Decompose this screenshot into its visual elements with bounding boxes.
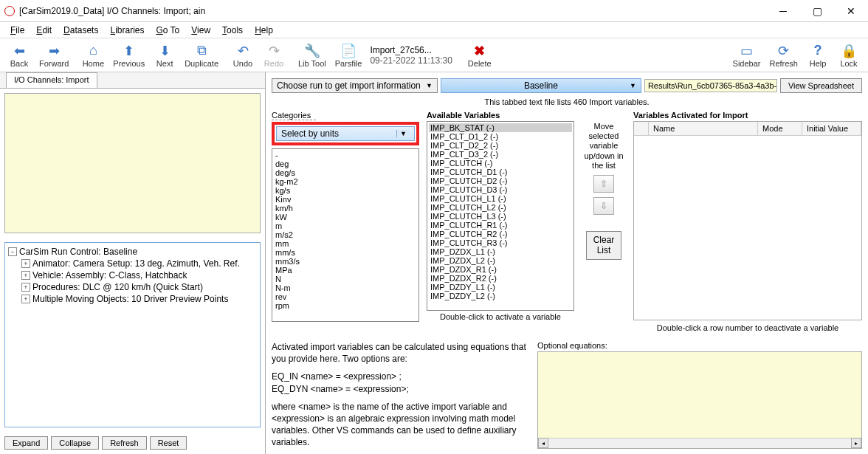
col-name[interactable]: Name <box>649 122 758 135</box>
variable-item[interactable]: IMP_DZDX_R2 (-) <box>429 274 572 283</box>
variable-item[interactable]: IMP_CLT_D1_2 (-) <box>429 132 572 141</box>
expand-icon[interactable]: + <box>21 259 30 268</box>
tree-item[interactable]: +Animator: Camera Setup: 13 deg. Azimuth… <box>8 258 257 269</box>
unit-item[interactable]: mm/s <box>274 248 417 257</box>
clear-list-button[interactable]: Clear List <box>586 231 621 260</box>
expand-icon[interactable]: + <box>21 283 30 292</box>
variable-item[interactable]: IMP_CLT_D2_2 (-) <box>429 141 572 150</box>
menu-tools[interactable]: Tools <box>216 24 249 37</box>
reset-button[interactable]: Reset <box>150 436 187 450</box>
choose-run-combo[interactable]: Choose run to get import information▼ <box>272 78 438 93</box>
unit-item[interactable]: N <box>274 275 417 283</box>
variable-item[interactable]: IMP_CLUTCH_R1 (-) <box>429 221 572 230</box>
baseline-combo[interactable]: Baseline▼ <box>441 78 641 93</box>
tree-root[interactable]: −CarSim Run Control: Baseline <box>8 246 257 258</box>
expand-button[interactable]: Expand <box>4 436 48 450</box>
units-list[interactable]: -degdeg/skg-m2kg/sKinvkm/hkWmm/s2mmmm/sm… <box>272 148 419 322</box>
optional-equations-box[interactable]: ◂ ▸ <box>537 351 862 449</box>
unit-item[interactable]: MPa <box>274 266 417 275</box>
previous-button[interactable]: ⬆Previous <box>109 40 148 71</box>
unit-item[interactable]: N-m <box>274 283 417 292</box>
move-down-button[interactable]: ⇩ <box>593 197 614 215</box>
variable-item[interactable]: IMP_DZDX_L1 (-) <box>429 247 572 256</box>
maximize-button[interactable]: ▢ <box>800 0 834 22</box>
menu-view[interactable]: View <box>185 24 216 37</box>
view-spreadsheet-button[interactable]: View Spreadsheet <box>780 78 862 93</box>
unit-item[interactable]: mm <box>274 239 417 248</box>
variable-item[interactable]: IMP_DZDY_L2 (-) <box>429 292 572 300</box>
variable-item[interactable]: IMP_CLUTCH_D2 (-) <box>429 176 572 185</box>
doc-date: 09-21-2022 11:13:30 <box>370 55 452 66</box>
collapse-icon[interactable]: − <box>8 247 17 256</box>
available-variables-list[interactable]: IMP_BK_STAT (-)IMP_CLT_D1_2 (-)IMP_CLT_D… <box>427 121 574 311</box>
back-button[interactable]: ⬅Back <box>4 40 34 71</box>
scroll-right-icon[interactable]: ▸ <box>851 438 861 448</box>
col-init[interactable]: Initial Value <box>802 122 861 135</box>
unit-item[interactable]: Kinv <box>274 195 417 204</box>
tree-item[interactable]: +Procedures: DLC @ 120 km/h (Quick Start… <box>8 281 257 293</box>
unit-item[interactable]: kW <box>274 213 417 221</box>
unit-item[interactable]: km/h <box>274 204 417 213</box>
menu-libraries[interactable]: Libraries <box>104 24 150 37</box>
undo-button[interactable]: ↶Undo <box>228 40 258 71</box>
scroll-left-icon[interactable]: ◂ <box>538 438 548 448</box>
move-up-button[interactable]: ⇧ <box>593 175 614 193</box>
refresh-button[interactable]: ⟳Refresh <box>765 40 802 71</box>
delete-button[interactable]: ✖Delete <box>464 40 495 71</box>
unit-item[interactable]: rpm <box>274 301 417 310</box>
lock-button[interactable]: 🔒Lock <box>834 40 864 71</box>
variable-item[interactable]: IMP_CLUTCH_L2 (-) <box>429 203 572 212</box>
duplicate-button[interactable]: ⧉Duplicate <box>181 40 222 71</box>
sidebar-button[interactable]: ▭Sidebar <box>729 40 765 71</box>
tree-pane[interactable]: −CarSim Run Control: Baseline +Animator:… <box>4 242 261 427</box>
variable-item[interactable]: IMP_CLUTCH_D3 (-) <box>429 185 572 194</box>
expand-icon[interactable]: + <box>21 271 30 280</box>
tree-item[interactable]: +Multiple Moving Objects: 10 Driver Prev… <box>8 293 257 305</box>
expand-icon[interactable]: + <box>21 295 30 303</box>
next-button[interactable]: ⬇Next <box>150 40 179 71</box>
close-button[interactable]: ✕ <box>834 0 868 22</box>
parsfile-button[interactable]: 📄Parsfile <box>331 40 366 71</box>
variable-item[interactable]: IMP_BK_STAT (-) <box>429 123 572 132</box>
variable-item[interactable]: IMP_CLUTCH_L1 (-) <box>429 194 572 203</box>
help-button[interactable]: ?Help <box>803 40 833 71</box>
tab-io-channels[interactable]: I/O Channels: Import <box>6 72 97 88</box>
variable-item[interactable]: IMP_DZDX_R1 (-) <box>429 265 572 274</box>
unit-item[interactable]: kg-m2 <box>274 177 417 186</box>
unit-item[interactable]: m/s2 <box>274 230 417 239</box>
menu-goto[interactable]: Go To <box>150 24 185 37</box>
unit-item[interactable]: m <box>274 221 417 230</box>
unit-item[interactable]: - <box>274 151 417 159</box>
unit-item[interactable]: mm3/s <box>274 257 417 266</box>
variable-item[interactable]: IMP_CLUTCH (-) <box>429 159 572 168</box>
minimize-button[interactable]: ─ <box>766 0 800 22</box>
home-button[interactable]: ⌂Home <box>78 40 108 71</box>
variable-item[interactable]: IMP_CLT_D3_2 (-) <box>429 150 572 159</box>
redo-button[interactable]: ↷Redo <box>259 40 289 71</box>
menu-file[interactable]: File <box>4 24 30 37</box>
unit-item[interactable]: rev <box>274 292 417 301</box>
activated-table[interactable]: Name Mode Initial Value <box>633 121 862 320</box>
unit-item[interactable]: deg/s <box>274 168 417 177</box>
refresh-tree-button[interactable]: Refresh <box>102 436 147 450</box>
tree-item[interactable]: +Vehicle: Assembly: C-Class, Hatchback <box>8 269 257 281</box>
unit-item[interactable]: kg/s <box>274 186 417 195</box>
menu-help[interactable]: Help <box>249 24 279 37</box>
variable-item[interactable]: IMP_DZDY_L1 (-) <box>429 283 572 292</box>
scrollbar[interactable]: ◂ ▸ <box>538 438 861 448</box>
collapse-button[interactable]: Collapse <box>51 436 99 450</box>
variable-item[interactable]: IMP_CLUTCH_R3 (-) <box>429 238 572 247</box>
results-path-field[interactable]: Results\Run_6cb07365-85a3-4a3b-95 <box>644 79 777 92</box>
unit-item[interactable]: deg <box>274 159 417 168</box>
col-mode[interactable]: Mode <box>758 122 802 135</box>
menu-datasets[interactable]: Datasets <box>58 24 104 37</box>
variable-item[interactable]: IMP_CLUTCH_D1 (-) <box>429 168 572 176</box>
forward-button[interactable]: ➡Forward <box>35 40 72 71</box>
libtool-button[interactable]: 🔧Lib Tool <box>294 40 330 71</box>
categories-label: Categories <box>272 111 316 120</box>
menu-edit[interactable]: Edit <box>30 24 58 37</box>
variable-item[interactable]: IMP_CLUTCH_L3 (-) <box>429 212 572 221</box>
variable-item[interactable]: IMP_DZDX_L2 (-) <box>429 256 572 265</box>
variable-item[interactable]: IMP_CLUTCH_R2 (-) <box>429 230 572 238</box>
select-by-units-combo[interactable]: Select by units ▼ <box>276 126 415 141</box>
